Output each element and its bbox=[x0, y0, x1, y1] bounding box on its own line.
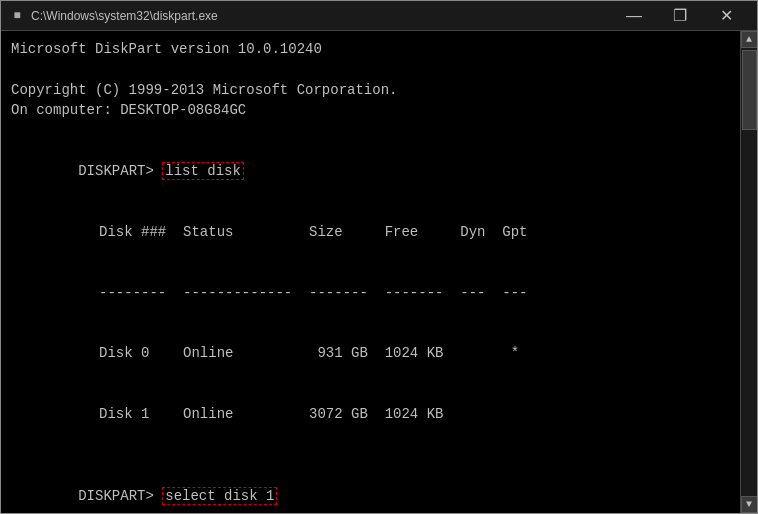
prompt1: DISKPART> bbox=[78, 163, 162, 179]
cmd1-line: DISKPART> list disk bbox=[11, 140, 730, 201]
scroll-up-button[interactable]: ▲ bbox=[741, 31, 758, 48]
disk0-row: Disk 0 Online 931 GB 1024 KB * bbox=[11, 323, 730, 384]
scroll-down-button[interactable]: ▼ bbox=[741, 496, 758, 513]
disk1-row: Disk 1 Online 3072 GB 1024 KB bbox=[11, 384, 730, 445]
computer-line: On computer: DESKTOP-08G84GC bbox=[11, 100, 730, 120]
col-divider-text: -------- ------------- ------- ------- -… bbox=[82, 285, 527, 301]
prompt2: DISKPART> bbox=[78, 488, 162, 504]
close-button[interactable]: ✕ bbox=[703, 1, 749, 31]
disk0-text: Disk 0 Online 931 GB 1024 KB * bbox=[82, 345, 519, 361]
col-headers: Disk ### Status Size Free Dyn Gpt bbox=[11, 201, 730, 262]
minimize-button[interactable]: — bbox=[611, 1, 657, 31]
content-area: Microsoft DiskPart version 10.0.10240 Co… bbox=[1, 31, 757, 513]
scroll-thumb[interactable] bbox=[742, 50, 757, 130]
window-controls: — ❐ ✕ bbox=[611, 1, 749, 31]
cmd1-text: list disk bbox=[162, 162, 244, 180]
blank2 bbox=[11, 120, 730, 140]
col-divider: -------- ------------- ------- ------- -… bbox=[11, 262, 730, 323]
copyright-line: Copyright (C) 1999-2013 Microsoft Corpor… bbox=[11, 80, 730, 100]
version-line: Microsoft DiskPart version 10.0.10240 bbox=[11, 39, 730, 59]
window-title: C:\Windows\system32\diskpart.exe bbox=[31, 9, 611, 23]
cmd2-text: select disk 1 bbox=[162, 487, 277, 505]
blank1 bbox=[11, 59, 730, 79]
restore-button[interactable]: ❐ bbox=[657, 1, 703, 31]
col-header-text: Disk ### Status Size Free Dyn Gpt bbox=[82, 224, 527, 240]
scroll-track[interactable] bbox=[741, 48, 757, 496]
terminal[interactable]: Microsoft DiskPart version 10.0.10240 Co… bbox=[1, 31, 740, 513]
disk1-text: Disk 1 Online 3072 GB 1024 KB bbox=[82, 406, 443, 422]
window: ■ C:\Windows\system32\diskpart.exe — ❐ ✕… bbox=[0, 0, 758, 514]
app-icon: ■ bbox=[9, 8, 25, 24]
scrollbar[interactable]: ▲ ▼ bbox=[740, 31, 757, 513]
title-bar: ■ C:\Windows\system32\diskpart.exe — ❐ ✕ bbox=[1, 1, 757, 31]
cmd2-line: DISKPART> select disk 1 bbox=[11, 465, 730, 513]
blank3 bbox=[11, 445, 730, 465]
